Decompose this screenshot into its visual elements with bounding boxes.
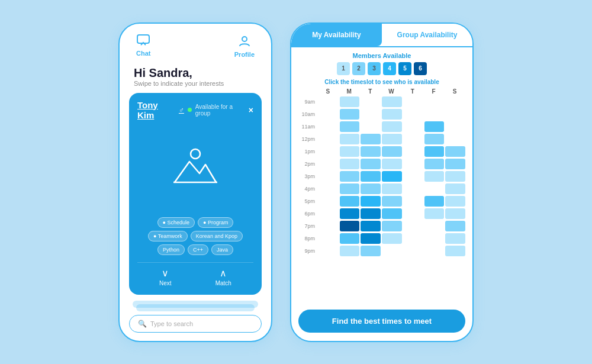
availability-cell[interactable]: [340, 134, 360, 144]
availability-cell[interactable]: [340, 233, 360, 244]
availability-cell[interactable]: [382, 121, 402, 132]
availability-cell[interactable]: [382, 159, 402, 169]
availability-cell[interactable]: [445, 146, 465, 157]
availability-cell[interactable]: [424, 121, 445, 132]
availability-cell[interactable]: [382, 183, 402, 194]
availability-cell[interactable]: [361, 233, 381, 244]
availability-cell[interactable]: [382, 171, 402, 182]
search-placeholder: Type to search: [150, 320, 193, 327]
card-status: Available for a group: [195, 104, 249, 117]
chevron-up-icon: ∧: [220, 268, 227, 279]
availability-cell: [424, 183, 445, 194]
availability-cell[interactable]: [361, 246, 381, 256]
main-container: Chat Profile Hi Sandra, Swipe to indicat…: [118, 22, 474, 342]
availability-cell[interactable]: [382, 146, 402, 157]
availability-cell: [318, 171, 339, 182]
availability-cell[interactable]: [445, 233, 465, 244]
availability-cell[interactable]: [361, 146, 381, 157]
availability-cell[interactable]: [382, 233, 402, 244]
close-button[interactable]: ×: [249, 105, 253, 115]
availability-cell[interactable]: [445, 183, 465, 194]
tag-program: ● Program: [198, 217, 233, 228]
availability-cell: [318, 146, 339, 157]
availability-cell[interactable]: [445, 171, 465, 182]
time-row-7pm: 7pm: [298, 221, 465, 231]
legend-2: 2: [352, 62, 365, 75]
availability-cell[interactable]: [361, 159, 381, 169]
availability-cell[interactable]: [424, 196, 445, 207]
nav-profile[interactable]: Profile: [234, 34, 255, 58]
availability-cell[interactable]: [361, 196, 381, 207]
availability-cell[interactable]: [340, 146, 360, 157]
availability-cell: [318, 246, 339, 256]
tag-korean: Korean and Kpop: [191, 231, 243, 241]
availability-cell: [403, 121, 423, 132]
tags-section: ● Schedule ● Program ● Teamwork Korean a…: [137, 217, 253, 255]
availability-cell[interactable]: [424, 159, 445, 169]
availability-cell[interactable]: [340, 246, 360, 256]
chevron-down-icon: ∨: [162, 268, 169, 279]
availability-cell[interactable]: [424, 208, 445, 219]
availability-cell[interactable]: [382, 109, 402, 120]
availability-cell[interactable]: [361, 221, 381, 231]
tab-my-availability[interactable]: My Availability: [291, 24, 382, 46]
tab-group-availability[interactable]: Group Availability: [382, 24, 472, 46]
availability-cell[interactable]: [424, 146, 445, 157]
availability-cell[interactable]: [361, 171, 381, 182]
phone-header: Chat Profile: [120, 24, 271, 63]
time-row-12pm: 12pm: [298, 134, 465, 144]
availability-cell[interactable]: [382, 221, 402, 231]
availability-cell[interactable]: [382, 96, 402, 107]
time-label: 7pm: [298, 223, 317, 229]
availability-cell[interactable]: [424, 134, 445, 144]
card-name: Tony Kim ♂: [137, 100, 184, 120]
availability-cell[interactable]: [340, 183, 360, 194]
availability-cell[interactable]: [445, 208, 465, 219]
availability-cell[interactable]: [445, 196, 465, 207]
legend-1: 1: [337, 62, 350, 75]
availability-cell[interactable]: [340, 109, 360, 120]
tag-schedule: ● Schedule: [157, 217, 195, 228]
grid-rows: 9am10am11am12pm1pm2pm3pm4pm5pm6pm7pm8pm9…: [298, 96, 465, 305]
next-button[interactable]: ∨ Next: [159, 268, 172, 286]
availability-cell: [403, 96, 423, 107]
match-button[interactable]: ∧ Match: [215, 268, 231, 286]
availability-cell[interactable]: [445, 221, 465, 231]
availability-cell[interactable]: [340, 208, 360, 219]
availability-cell[interactable]: [445, 159, 465, 169]
tabs-header: My Availability Group Availability: [291, 24, 472, 47]
availability-cell[interactable]: [340, 96, 360, 107]
day-s2: S: [444, 88, 465, 95]
search-bar[interactable]: 🔍 Type to search: [129, 315, 262, 333]
availability-cell[interactable]: [340, 121, 360, 132]
availability-cell[interactable]: [424, 171, 445, 182]
nav-chat[interactable]: Chat: [136, 34, 150, 57]
availability-cell[interactable]: [340, 221, 360, 231]
gender-icon: ♂: [179, 106, 184, 114]
left-phone: Chat Profile Hi Sandra, Swipe to indicat…: [118, 22, 272, 342]
availability-cell[interactable]: [382, 208, 402, 219]
availability-cell[interactable]: [445, 246, 465, 256]
availability-cell[interactable]: [340, 159, 360, 169]
day-w: W: [381, 88, 402, 95]
availability-cell[interactable]: [382, 196, 402, 207]
availability-content: Members Available 1 2 3 4 5 6 Click the …: [291, 47, 472, 305]
members-label: Members Available: [298, 52, 465, 59]
card-image: [137, 125, 253, 212]
legend-5: 5: [398, 62, 411, 75]
availability-cell[interactable]: [361, 208, 381, 219]
find-best-times-button[interactable]: Find the best times to meet: [298, 310, 465, 333]
availability-cell: [318, 109, 339, 120]
card-header: Tony Kim ♂ Available for a group ×: [137, 100, 253, 120]
availability-cell: [361, 121, 381, 132]
availability-cell: [424, 109, 445, 120]
availability-cell[interactable]: [340, 196, 360, 207]
availability-cell[interactable]: [361, 134, 381, 144]
availability-cell: [445, 121, 465, 132]
availability-cell[interactable]: [340, 171, 360, 182]
availability-cell[interactable]: [361, 183, 381, 194]
time-label: 2pm: [298, 161, 317, 167]
availability-cell: [424, 96, 445, 107]
availability-cell[interactable]: [382, 134, 402, 144]
profile-icon: [238, 34, 251, 50]
